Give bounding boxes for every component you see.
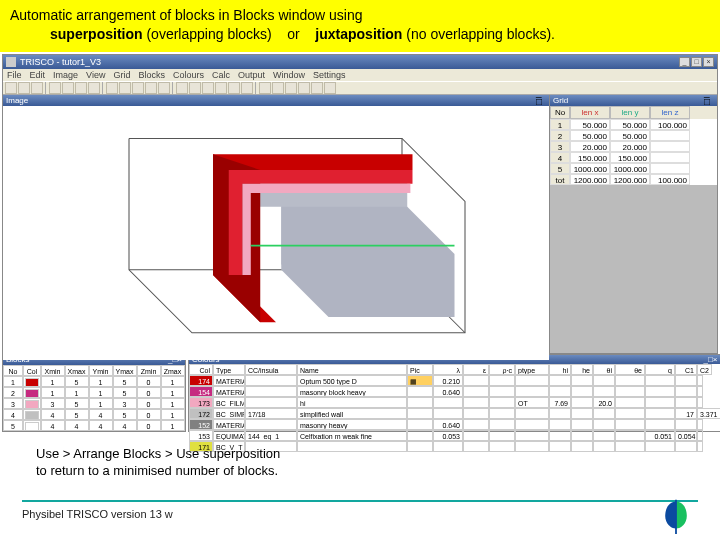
menu-window[interactable]: Window [273, 70, 305, 80]
sup-word: superposition [50, 26, 143, 42]
blocks-body[interactable]: 11515012111501335130144545015444401 [3, 376, 185, 431]
close-button[interactable]: × [703, 57, 714, 67]
toolbar-button[interactable] [88, 82, 100, 94]
table-row[interactable]: 2111501 [3, 387, 185, 398]
grid-panel: Grid _ □ × Nolen xlen ylen z 150.00050.0… [549, 95, 717, 353]
grid-row[interactable]: tot1200.0001200.000100.000 [550, 174, 717, 185]
table-row[interactable]: 173BC_FILMhiOT7.6920.0 [189, 397, 720, 408]
toolbar-button[interactable] [106, 82, 118, 94]
menu-image[interactable]: Image [53, 70, 78, 80]
toolbar-button[interactable] [324, 82, 336, 94]
blocks-header: NoColXminXmaxYminYmaxZminZmax [3, 365, 185, 376]
table-row[interactable]: 174MATERIALOptum 500 type D▦0.210 [189, 375, 720, 386]
grid-row[interactable]: 51000.0001000.000 [550, 163, 717, 174]
grid-row[interactable]: 150.00050.000100.000 [550, 119, 717, 130]
maximize-button[interactable]: □ [691, 57, 702, 67]
grid-titlebar: Grid _ □ × [550, 95, 717, 106]
toolbar-button[interactable] [298, 82, 310, 94]
app-title: TRISCO - tutor1_V3 [20, 57, 679, 67]
blocks-panel: Blocks _ □ × NoColXminXmaxYminYmaxZminZm… [2, 354, 186, 432]
grid-row[interactable]: 320.00020.000 [550, 141, 717, 152]
image-pane: Image _ □ × [3, 95, 549, 353]
toolbar-button[interactable] [49, 82, 61, 94]
grid-body[interactable]: 150.00050.000100.000250.00050.000320.000… [550, 119, 717, 185]
toolbar-button[interactable] [311, 82, 323, 94]
banner: Automatic arrangement of blocks in Block… [0, 0, 720, 52]
child-min-button[interactable]: _ [704, 87, 714, 96]
toolbar-button[interactable] [5, 82, 17, 94]
table-row[interactable]: 5444401 [3, 420, 185, 431]
main-titlebar: TRISCO - tutor1_V3 _ □ × [3, 55, 717, 69]
menu-bar: FileEditImageViewGridBlocksColoursCalcOu… [3, 69, 717, 81]
toolbar-button[interactable] [202, 82, 214, 94]
workspace: Image _ □ × [3, 95, 717, 353]
grid-filler [550, 185, 717, 353]
image-titlebar: Image _ □ × [3, 95, 549, 106]
divider [22, 500, 698, 502]
table-row[interactable]: 1151501 [3, 376, 185, 387]
colours-body[interactable]: 174MATERIALOptum 500 type D▦0.210154MATE… [189, 375, 720, 452]
toolbar-button[interactable] [285, 82, 297, 94]
toolbar-button[interactable] [119, 82, 131, 94]
grid-row[interactable]: 250.00050.000 [550, 130, 717, 141]
viewport-3d[interactable] [3, 106, 549, 360]
menu-grid[interactable]: Grid [113, 70, 130, 80]
child-close-button[interactable]: × [713, 355, 718, 364]
child-max-button[interactable]: □ [536, 96, 546, 105]
table-row[interactable]: 152MATERIALmasonry heavy0.640 [189, 419, 720, 430]
toolbar [3, 81, 717, 95]
toolbar-button[interactable] [189, 82, 201, 94]
toolbar-button[interactable] [158, 82, 170, 94]
table-row[interactable]: 154MATERIALmasonry block heavy0.640 [189, 386, 720, 397]
table-row[interactable]: 172BC_SIMPL_117/18simplified wall17 0.00… [189, 408, 720, 419]
toolbar-button[interactable] [228, 82, 240, 94]
toolbar-button[interactable] [259, 82, 271, 94]
menu-blocks[interactable]: Blocks [138, 70, 165, 80]
svg-marker-4 [281, 207, 454, 317]
jux-word: juxtaposition [315, 26, 402, 42]
colours-header: ColTypeCC/insulaNamePicλερ·cptypehiheθiθ… [189, 364, 720, 375]
menu-calc[interactable]: Calc [212, 70, 230, 80]
toolbar-button[interactable] [215, 82, 227, 94]
footer-text: Physibel TRISCO version 13 w [0, 506, 720, 520]
minimize-button[interactable]: _ [679, 57, 690, 67]
menu-view[interactable]: View [86, 70, 105, 80]
toolbar-button[interactable] [272, 82, 284, 94]
menu-colours[interactable]: Colours [173, 70, 204, 80]
grid-header: Nolen xlen ylen z [550, 106, 717, 119]
child-max-button[interactable]: □ [704, 96, 714, 105]
child-min-button[interactable]: _ [536, 87, 546, 96]
toolbar-button[interactable] [75, 82, 87, 94]
menu-output[interactable]: Output [238, 70, 265, 80]
table-row[interactable]: 4454501 [3, 409, 185, 420]
toolbar-button[interactable] [31, 82, 43, 94]
bottom-row: Blocks _ □ × NoColXminXmaxYminYmaxZminZm… [2, 354, 718, 432]
menu-settings[interactable]: Settings [313, 70, 346, 80]
app-icon [6, 57, 16, 67]
app-window: TRISCO - tutor1_V3 _ □ × FileEditImageVi… [2, 54, 718, 354]
grid-row[interactable]: 4150.000150.000 [550, 152, 717, 163]
menu-file[interactable]: File [7, 70, 22, 80]
toolbar-button[interactable] [241, 82, 253, 94]
toolbar-button[interactable] [62, 82, 74, 94]
toolbar-button[interactable] [132, 82, 144, 94]
banner-line2: superposition (overlapping blocks) or ju… [10, 25, 710, 44]
toolbar-button[interactable] [176, 82, 188, 94]
table-row[interactable]: 3351301 [3, 398, 185, 409]
menu-edit[interactable]: Edit [30, 70, 46, 80]
toolbar-button[interactable] [145, 82, 157, 94]
colours-panel: Colours _ □ × ColTypeCC/insulaNamePicλερ… [188, 354, 720, 432]
physibel-logo [658, 498, 694, 534]
toolbar-button[interactable] [18, 82, 30, 94]
table-row[interactable]: 153EQUIMAT144_eq_1Celfixation m weak fin… [189, 430, 720, 441]
banner-line1: Automatic arrangement of blocks in Block… [10, 6, 710, 25]
